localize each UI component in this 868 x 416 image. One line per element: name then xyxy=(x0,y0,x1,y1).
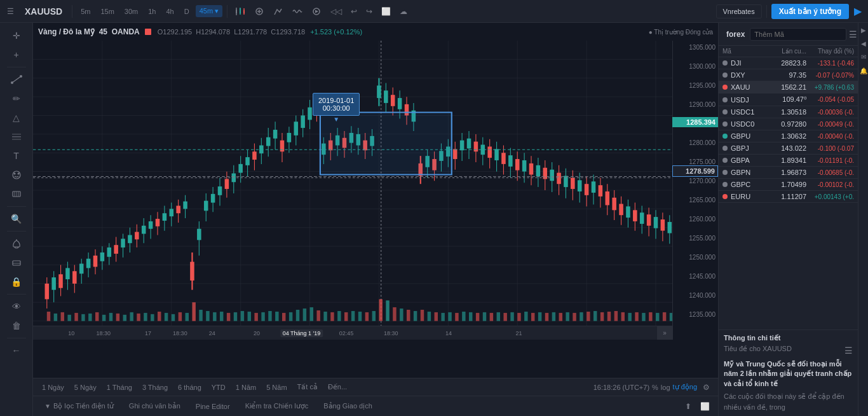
svg-rect-335 xyxy=(628,313,631,321)
watch-row-gbpc[interactable]: GBPC 1.70499 -0.00102 (-0. xyxy=(719,179,858,191)
scroll-right-btn[interactable]: » xyxy=(657,326,672,340)
text-tool[interactable]: T xyxy=(5,147,28,165)
detail-subtitle: Tiêu đề cho XAUUSD xyxy=(724,345,792,353)
watch-row-gbpj[interactable]: GBPJ 143.022 -0.100 (-0.07 xyxy=(719,142,858,155)
filter-crypto-btn[interactable]: ▼ Bộ lọc Tiền điện tử xyxy=(38,400,120,412)
period-5y[interactable]: 5 Năm xyxy=(262,382,290,392)
wave-btn[interactable] xyxy=(289,4,306,18)
pine-editor-btn[interactable]: Pine Editor xyxy=(189,401,236,412)
eraser-tool[interactable] xyxy=(5,254,28,272)
euru-last: 1.11207 xyxy=(765,193,806,200)
back-btn[interactable]: ◁◁ xyxy=(327,4,345,18)
eye-tool[interactable]: 👁 xyxy=(5,298,28,315)
add-indicator-btn[interactable] xyxy=(251,4,268,18)
period-all[interactable]: Tất cả xyxy=(294,382,322,392)
svg-rect-82 xyxy=(135,232,139,240)
watch-row-usdj[interactable]: USDJ 109.47⁰ -0.054 (-0.05 xyxy=(719,94,858,106)
tf-D[interactable]: D xyxy=(180,6,193,17)
dxy-dot xyxy=(722,73,728,78)
publish-btn[interactable]: Xuất bản ý tưởng xyxy=(771,4,849,19)
watch-row-dji[interactable]: DJI 28823.8 -133.1 (-0.46 xyxy=(719,57,858,69)
svg-rect-351 xyxy=(320,113,452,175)
period-1y[interactable]: 1 Năm xyxy=(232,382,260,392)
usdc1-dot xyxy=(722,109,728,114)
cloud-btn[interactable]: ☁ xyxy=(397,4,410,18)
play-icon[interactable]: ▶ xyxy=(851,5,864,17)
them-ma-input[interactable] xyxy=(750,28,846,41)
cursor-tool[interactable]: ✛ xyxy=(5,27,28,45)
svg-point-21 xyxy=(13,173,15,175)
svg-rect-279 xyxy=(241,311,244,321)
chart-canvas[interactable]: 2019-01-01 00:30:00 1305.000 1300.000 12… xyxy=(33,41,718,340)
expand-btn[interactable]: ⬆ xyxy=(682,399,695,413)
svg-rect-257 xyxy=(88,314,92,321)
alert-tool[interactable] xyxy=(5,235,28,253)
period-ytd[interactable]: YTD xyxy=(208,382,229,392)
watch-row-gbpu[interactable]: GBPU 1.30632 -0.00040 (-0. xyxy=(719,130,858,142)
undo-btn[interactable]: ↩ xyxy=(348,4,360,18)
vnrebates-btn[interactable]: Vnrebates xyxy=(716,4,762,18)
crosshair-tool[interactable]: + xyxy=(5,46,28,64)
trash-tool[interactable]: 🗑 xyxy=(5,317,28,335)
zoom-tool[interactable]: 🔍 xyxy=(5,210,28,228)
watch-row-gbpn[interactable]: GBPN 1.96873 -0.00685 (-0. xyxy=(719,167,858,179)
tf-5m[interactable]: 5m xyxy=(77,6,94,17)
watch-row-gbpa[interactable]: GBPA 1.89341 -0.01191 (-0. xyxy=(719,155,858,167)
watch-row-usdc0[interactable]: USDC0 0.97280 -0.00049 (-0. xyxy=(719,118,858,130)
panel-menu-btn[interactable]: ☰ xyxy=(849,29,857,39)
notif-btn-2[interactable]: ◀ xyxy=(860,40,867,47)
price-1240: 1240.000 xyxy=(689,292,715,299)
gbpj-last: 143.022 xyxy=(765,144,806,152)
replay-btn[interactable] xyxy=(308,4,325,18)
back-arrow-tool[interactable]: ← xyxy=(5,342,28,359)
period-5d[interactable]: 5 Ngày xyxy=(71,382,100,392)
top-toolbar: ☰ XAUUSD 5m 15m 30m 1h 4h D 45m ▾ ◁◁ ↩ ↪… xyxy=(0,0,868,23)
svg-rect-102 xyxy=(204,201,208,211)
tf-30m[interactable]: 30m xyxy=(121,6,142,17)
trend-line-tool[interactable] xyxy=(5,71,28,88)
trading-panel-btn[interactable]: Bảng Giao dịch xyxy=(317,400,379,412)
pen-tool[interactable]: ✏ xyxy=(5,90,28,107)
svg-rect-282 xyxy=(261,312,264,321)
svg-rect-156 xyxy=(391,95,395,106)
detail-menu-btn[interactable]: ☰ xyxy=(844,345,853,356)
fibonacci-tool[interactable] xyxy=(5,128,28,146)
fullscreen-btn[interactable]: ⬜ xyxy=(378,4,394,18)
settings-gear[interactable]: ⚙ xyxy=(700,380,713,394)
pattern-tool[interactable] xyxy=(5,166,28,184)
maximize-btn[interactable]: ⬜ xyxy=(697,399,713,413)
forex-tab[interactable]: forex xyxy=(724,30,747,39)
notif-btn-4[interactable]: 🔔 xyxy=(860,67,867,74)
price-1255: 1255.000 xyxy=(689,235,715,242)
period-1m[interactable]: 1 Tháng xyxy=(103,382,136,392)
svg-rect-174 xyxy=(453,149,458,159)
tf-45m[interactable]: 45m ▾ xyxy=(196,5,222,17)
notif-btn-3[interactable]: ✉ xyxy=(860,53,867,60)
strategy-test-btn[interactable]: Kiểm tra Chiến lược xyxy=(239,400,315,412)
text-notes-btn[interactable]: Ghi chú văn bản xyxy=(123,400,187,412)
period-goto[interactable]: Đến... xyxy=(324,382,351,392)
redo-btn[interactable]: ↪ xyxy=(363,4,376,18)
hamburger-menu-btn[interactable]: ☰ xyxy=(4,4,17,18)
watch-row-xauu[interactable]: XAUU 1562.21 +9.786 (+0.63 xyxy=(719,81,858,94)
auto-btn[interactable]: tự động xyxy=(673,383,697,391)
svg-rect-158 xyxy=(398,98,402,109)
watch-row-usdc1[interactable]: USDC1 1.30518 -0.00036 (-0. xyxy=(719,106,858,118)
watch-row-dxy[interactable]: DXY 97.35 -0.07 (-0.07% xyxy=(719,69,858,81)
period-3m[interactable]: 3 Tháng xyxy=(139,382,172,392)
period-1d[interactable]: 1 Ngày xyxy=(38,382,68,392)
notif-btn-1[interactable]: ▶ xyxy=(860,27,867,34)
drawing-btn[interactable] xyxy=(270,4,287,18)
chart-type-btn[interactable] xyxy=(232,4,248,18)
tf-1h[interactable]: 1h xyxy=(144,6,159,17)
log-btn[interactable]: log xyxy=(661,384,670,391)
lock-tool[interactable]: 🔒 xyxy=(5,273,28,291)
period-6m[interactable]: 6 tháng xyxy=(174,382,205,392)
watch-row-euru[interactable]: EURU 1.11207 +0.00143 (+0. xyxy=(719,191,858,203)
measure-tool[interactable] xyxy=(5,185,28,203)
shape-tool[interactable]: △ xyxy=(5,109,28,127)
tf-15m[interactable]: 15m xyxy=(97,6,118,17)
svg-rect-278 xyxy=(234,312,237,321)
tf-4h[interactable]: 4h xyxy=(162,6,177,17)
pct-btn[interactable]: % xyxy=(652,384,658,391)
